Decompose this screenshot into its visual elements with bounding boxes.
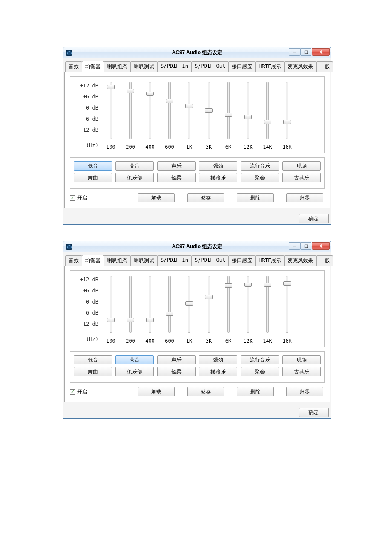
preset-button[interactable]: 高音 (115, 355, 154, 364)
eq-slider-3K[interactable] (208, 82, 210, 139)
action-button-归零[interactable]: 归零 (286, 387, 323, 396)
preset-button[interactable]: 高音 (115, 161, 154, 171)
ok-button[interactable]: 确定 (299, 214, 329, 223)
eq-slider-thumb[interactable] (225, 283, 232, 288)
preset-button[interactable]: 声乐 (157, 355, 196, 364)
eq-slider-thumb[interactable] (205, 108, 213, 113)
tab-2[interactable]: 喇叭组态 (104, 61, 131, 72)
eq-slider-6K[interactable] (227, 82, 230, 139)
tab-1[interactable]: 均衡器 (82, 61, 104, 72)
eq-slider-thumb[interactable] (185, 104, 193, 108)
preset-button[interactable]: 古典乐 (282, 367, 321, 376)
action-button-储存[interactable]: 储存 (187, 193, 224, 202)
ok-button[interactable]: 确定 (299, 408, 329, 417)
tab-6[interactable]: 接口感应 (228, 255, 256, 266)
eq-slider-14K[interactable] (266, 276, 269, 333)
eq-slider-thumb[interactable] (127, 318, 134, 322)
tab-7[interactable]: HRTF展示 (255, 61, 285, 72)
preset-button[interactable]: 强劲 (199, 161, 237, 171)
preset-button[interactable]: 聚会 (241, 173, 279, 182)
eq-slider-thumb[interactable] (107, 85, 115, 89)
eq-slider-1K[interactable] (188, 82, 190, 139)
checkbox-icon[interactable]: ✓ (70, 195, 75, 201)
eq-slider-100[interactable] (110, 82, 112, 139)
preset-button[interactable]: 强劲 (199, 355, 237, 364)
tab-9[interactable]: 一般 (316, 255, 333, 266)
close-button[interactable]: X (312, 242, 330, 250)
eq-slider-thumb[interactable] (185, 301, 193, 306)
eq-slider-200[interactable] (129, 82, 132, 139)
preset-button[interactable]: 现场 (282, 161, 321, 171)
eq-slider-thumb[interactable] (166, 99, 173, 103)
tab-1[interactable]: 均衡器 (82, 255, 104, 266)
preset-button[interactable]: 轻柔 (157, 173, 196, 182)
maximize-button[interactable]: ☐ (300, 48, 311, 56)
tab-3[interactable]: 喇叭测试 (130, 255, 158, 266)
minimize-button[interactable]: ─ (289, 242, 300, 250)
preset-button[interactable]: 舞曲 (74, 173, 112, 182)
eq-slider-12K[interactable] (247, 82, 249, 139)
eq-slider-thumb[interactable] (127, 89, 134, 93)
eq-slider-6K[interactable] (227, 276, 230, 333)
tab-4[interactable]: S/PDIF-In (157, 61, 192, 72)
preset-button[interactable]: 舞曲 (74, 367, 112, 376)
eq-slider-thumb[interactable] (244, 283, 252, 287)
eq-slider-thumb[interactable] (107, 318, 115, 322)
tab-0[interactable]: 音效 (65, 61, 82, 72)
preset-button[interactable]: 低音 (74, 355, 112, 364)
action-button-删除[interactable]: 删除 (237, 193, 274, 202)
preset-button[interactable]: 声乐 (157, 161, 196, 171)
tab-8[interactable]: 麦克风效果 (284, 255, 317, 266)
tab-0[interactable]: 音效 (65, 255, 82, 266)
eq-slider-1K[interactable] (188, 276, 190, 333)
tab-3[interactable]: 喇叭测试 (130, 61, 158, 72)
preset-button[interactable]: 俱乐部 (115, 367, 154, 376)
enable-checkbox[interactable]: ✓开启 (70, 388, 87, 396)
eq-slider-thumb[interactable] (283, 281, 291, 286)
eq-slider-600[interactable] (168, 276, 171, 333)
close-button[interactable]: X (312, 48, 330, 56)
enable-checkbox[interactable]: ✓开启 (70, 194, 87, 202)
tab-2[interactable]: 喇叭组态 (104, 255, 131, 266)
action-button-归零[interactable]: 归零 (286, 193, 323, 202)
eq-slider-thumb[interactable] (205, 295, 213, 299)
eq-slider-thumb[interactable] (146, 92, 154, 96)
preset-button[interactable]: 现场 (282, 355, 321, 364)
action-button-删除[interactable]: 删除 (237, 387, 274, 396)
preset-button[interactable]: 摇滚乐 (199, 367, 237, 376)
eq-slider-14K[interactable] (266, 82, 269, 139)
action-button-加载[interactable]: 加载 (138, 387, 175, 396)
preset-button[interactable]: 摇滚乐 (199, 173, 237, 182)
eq-slider-3K[interactable] (208, 276, 210, 333)
preset-button[interactable]: 聚会 (241, 367, 279, 376)
eq-slider-thumb[interactable] (244, 115, 252, 119)
tab-8[interactable]: 麦克风效果 (284, 61, 317, 72)
preset-button[interactable]: 古典乐 (282, 173, 321, 182)
tab-4[interactable]: S/PDIF-In (157, 255, 192, 266)
eq-slider-thumb[interactable] (166, 312, 173, 316)
eq-slider-200[interactable] (129, 276, 132, 333)
eq-slider-16K[interactable] (286, 276, 288, 333)
eq-slider-100[interactable] (110, 276, 112, 333)
checkbox-icon[interactable]: ✓ (70, 389, 75, 395)
preset-button[interactable]: 轻柔 (157, 367, 196, 376)
eq-slider-400[interactable] (149, 82, 151, 139)
minimize-button[interactable]: ─ (289, 48, 300, 56)
maximize-button[interactable]: ☐ (300, 242, 311, 250)
eq-slider-400[interactable] (149, 276, 151, 333)
tab-5[interactable]: S/PDIF-Out (191, 61, 229, 72)
eq-slider-thumb[interactable] (264, 283, 271, 287)
preset-button[interactable]: 流行音乐 (241, 355, 279, 364)
eq-slider-thumb[interactable] (225, 113, 232, 117)
action-button-储存[interactable]: 储存 (187, 387, 224, 396)
eq-slider-600[interactable] (168, 82, 171, 139)
tab-7[interactable]: HRTF展示 (255, 255, 285, 266)
eq-slider-thumb[interactable] (283, 120, 291, 124)
preset-button[interactable]: 流行音乐 (241, 161, 279, 171)
action-button-加载[interactable]: 加载 (138, 193, 175, 202)
tab-5[interactable]: S/PDIF-Out (191, 255, 229, 266)
eq-slider-12K[interactable] (247, 276, 249, 333)
tab-6[interactable]: 接口感应 (228, 61, 256, 72)
tab-9[interactable]: 一般 (316, 61, 333, 72)
preset-button[interactable]: 俱乐部 (115, 173, 154, 182)
